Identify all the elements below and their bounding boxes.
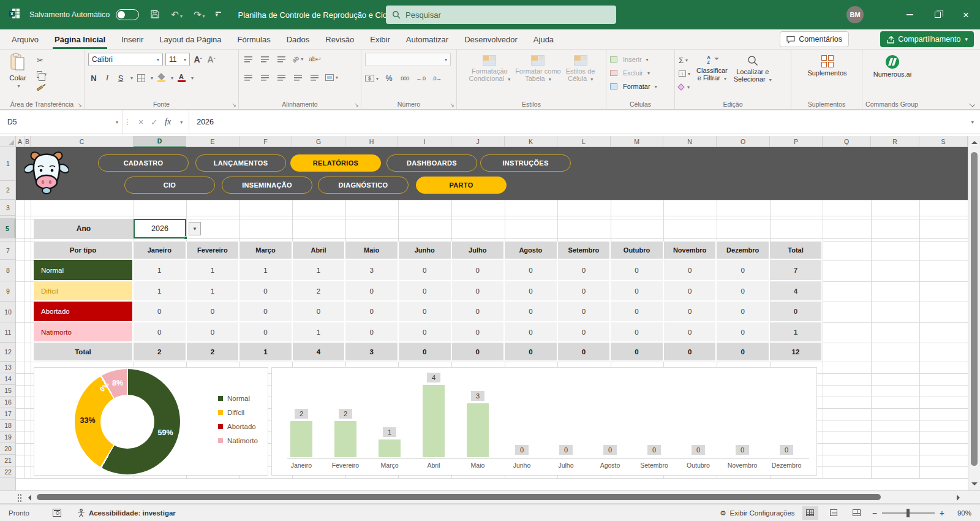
expand-formula-bar-icon[interactable]: ▾ bbox=[965, 119, 980, 125]
row-header-21[interactable]: 21 bbox=[0, 455, 16, 466]
bar-chart-box[interactable]: 2Janeiro2Fevereiro1Março4Abril3Maio0Junh… bbox=[271, 367, 817, 476]
horizontal-scroll-thumb[interactable] bbox=[37, 494, 881, 500]
formula-input[interactable]: 2026 bbox=[189, 118, 965, 126]
dialog-launcher-icon[interactable]: ↘ bbox=[77, 102, 82, 108]
table-row-label-normal[interactable]: Normal bbox=[34, 260, 134, 281]
increase-decimal-button[interactable]: ←.0 bbox=[415, 72, 426, 85]
cell-styles-button[interactable]: Estilos deCélula bbox=[566, 53, 595, 99]
tab-layout-da-página[interactable]: Layout da Página bbox=[151, 29, 229, 49]
display-settings-button[interactable]: ⚙ Exibir Configurações bbox=[720, 509, 794, 517]
tab-exibir[interactable]: Exibir bbox=[362, 29, 398, 49]
column-header-G[interactable]: G bbox=[292, 136, 345, 147]
table-cell[interactable]: 0 bbox=[505, 260, 558, 281]
nav-button-parto[interactable]: PARTO bbox=[416, 177, 507, 194]
decrease-font-button[interactable]: Aˇ bbox=[206, 53, 217, 66]
table-total-cell[interactable]: 3 bbox=[345, 343, 399, 362]
column-header-J[interactable]: J bbox=[451, 136, 505, 147]
row-header-20[interactable]: 20 bbox=[0, 443, 16, 455]
table-cell[interactable]: 0 bbox=[452, 302, 505, 322]
bold-button[interactable]: N bbox=[88, 72, 99, 84]
confirm-entry-icon[interactable]: ✓ bbox=[151, 118, 157, 127]
tab-automatizar[interactable]: Automatizar bbox=[398, 29, 456, 49]
column-header-P[interactable]: P bbox=[770, 136, 823, 147]
table-cell[interactable]: 0 bbox=[134, 322, 187, 343]
fill-color-button[interactable] bbox=[156, 72, 167, 84]
tab-fórmulas[interactable]: Fórmulas bbox=[230, 29, 279, 49]
table-row-total[interactable]: 7 bbox=[770, 260, 823, 281]
table-cell[interactable]: 0 bbox=[505, 322, 558, 343]
table-header-julho[interactable]: Julho bbox=[452, 241, 505, 260]
table-total-cell[interactable]: 0 bbox=[558, 343, 611, 362]
column-header-L[interactable]: L bbox=[557, 136, 611, 147]
nav-button-instruções[interactable]: INSTRUÇÕES bbox=[480, 154, 571, 172]
row-header-17[interactable]: 17 bbox=[0, 408, 16, 420]
column-header-F[interactable]: F bbox=[239, 136, 292, 147]
table-cell[interactable]: 0 bbox=[345, 281, 399, 302]
scroll-left-icon[interactable] bbox=[28, 495, 31, 501]
addins-button[interactable]: Suplementos bbox=[795, 53, 859, 77]
column-header-K[interactable]: K bbox=[505, 136, 557, 147]
align-bottom-button[interactable] bbox=[276, 53, 287, 65]
table-cell[interactable]: 1 bbox=[187, 260, 240, 281]
table-cell[interactable]: 0 bbox=[611, 281, 664, 302]
collapse-ribbon-icon[interactable] bbox=[969, 101, 975, 107]
dialog-launcher-icon[interactable]: ↘ bbox=[450, 102, 454, 108]
table-row-label-abortado[interactable]: Abortado bbox=[34, 302, 134, 322]
nav-button-dashboards[interactable]: DASHBOARDS bbox=[386, 154, 477, 172]
accessibility-status[interactable]: Acessibilidade: investigar bbox=[77, 509, 176, 517]
scroll-down-icon[interactable] bbox=[971, 482, 978, 485]
row-header-22[interactable]: 22 bbox=[0, 466, 16, 478]
zoom-slider-thumb[interactable] bbox=[907, 509, 910, 517]
table-cell[interactable]: 0 bbox=[239, 302, 293, 322]
table-cell[interactable]: 0 bbox=[611, 260, 664, 281]
format-painter-button[interactable] bbox=[37, 83, 47, 93]
table-cell[interactable]: 0 bbox=[187, 322, 240, 343]
page-break-view-button[interactable] bbox=[849, 506, 865, 520]
table-cell[interactable]: 0 bbox=[293, 302, 346, 322]
row-header-8[interactable]: 8 bbox=[0, 260, 16, 281]
table-total-cell[interactable]: 2 bbox=[187, 343, 240, 362]
tab-revisão[interactable]: Revisão bbox=[317, 29, 362, 49]
sort-filter-button[interactable]: AZ Classificare Filtrar bbox=[696, 53, 728, 99]
zoom-level[interactable]: 90% bbox=[952, 509, 971, 517]
table-header-abril[interactable]: Abril bbox=[293, 241, 346, 260]
paste-button[interactable]: Colar bbox=[4, 53, 32, 89]
column-header-C[interactable]: C bbox=[31, 136, 134, 147]
align-right-button[interactable] bbox=[276, 71, 287, 83]
table-total-cell[interactable]: 4 bbox=[293, 343, 346, 362]
table-cell[interactable]: 1 bbox=[239, 260, 293, 281]
zoom-in-button[interactable]: + bbox=[940, 508, 944, 518]
table-row-label-natimorto[interactable]: Natimorto bbox=[34, 322, 134, 343]
align-left-button[interactable] bbox=[243, 71, 254, 83]
increase-indent-button[interactable] bbox=[309, 71, 320, 83]
year-value-cell[interactable]: 2026 bbox=[134, 219, 186, 238]
scroll-right-icon[interactable] bbox=[957, 495, 960, 501]
table-row-total[interactable]: 1 bbox=[770, 322, 823, 343]
table-header-setembro[interactable]: Setembro bbox=[558, 241, 611, 260]
table-cell[interactable]: 0 bbox=[611, 302, 664, 322]
table-cell[interactable]: 0 bbox=[558, 281, 611, 302]
font-color-button[interactable]: A bbox=[176, 72, 187, 84]
table-total-cell[interactable]: 2 bbox=[134, 343, 187, 362]
column-header-I[interactable]: I bbox=[398, 136, 451, 147]
undo-button[interactable]: ↶▾ bbox=[171, 9, 183, 20]
table-cell[interactable]: 0 bbox=[134, 302, 187, 322]
table-cell[interactable]: 0 bbox=[399, 260, 452, 281]
search-input[interactable]: Pesquisar bbox=[386, 6, 616, 24]
table-cell[interactable]: 0 bbox=[345, 302, 399, 322]
comments-button[interactable]: Comentários bbox=[780, 31, 849, 47]
conditional-formatting-button[interactable]: FormataçãoCondicional bbox=[469, 53, 511, 99]
table-cell[interactable]: 1 bbox=[134, 260, 187, 281]
tab-arquivo[interactable]: Arquivo bbox=[4, 29, 47, 49]
table-cell[interactable]: 1 bbox=[293, 260, 346, 281]
fill-handle[interactable] bbox=[184, 236, 187, 240]
save-icon[interactable] bbox=[150, 9, 160, 21]
font-name-select[interactable]: Calibri bbox=[88, 53, 163, 66]
quick-access-customize-icon[interactable] bbox=[215, 11, 222, 18]
underline-button[interactable]: S bbox=[115, 72, 126, 84]
cut-button[interactable]: ✂ bbox=[37, 55, 47, 65]
table-cell[interactable]: 0 bbox=[187, 302, 240, 322]
table-total-label[interactable]: Total bbox=[34, 343, 134, 362]
number-format-select[interactable] bbox=[365, 53, 451, 66]
table-header-junho[interactable]: Junho bbox=[399, 241, 452, 260]
